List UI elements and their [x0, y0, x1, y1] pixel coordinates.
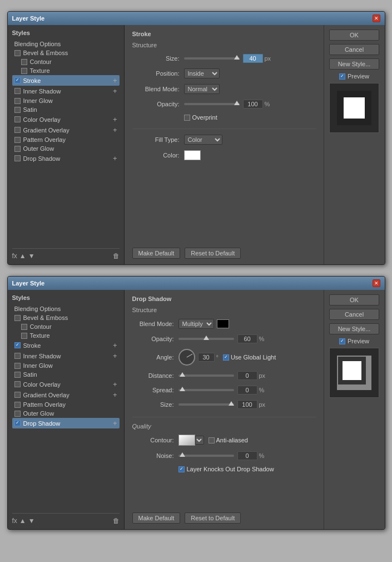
- checkbox-satin-1[interactable]: [14, 107, 21, 113]
- delete-icon-1[interactable]: 🗑: [113, 252, 120, 260]
- layer-knocks-cb[interactable]: [178, 466, 185, 472]
- spread-input[interactable]: 0: [237, 386, 257, 395]
- distance-slider[interactable]: [178, 374, 234, 377]
- preview-checkbox-1[interactable]: [339, 73, 345, 80]
- style-item-outer-glow-1[interactable]: Outer Glow: [12, 144, 120, 153]
- ok-btn-1[interactable]: OK: [329, 29, 379, 41]
- checkbox-stroke-1[interactable]: [14, 77, 21, 83]
- style-item-pattern-overlay-1[interactable]: Pattern Overlay: [12, 135, 120, 144]
- style-item-drop-shadow-1[interactable]: Drop Shadow +: [12, 153, 120, 164]
- checkbox-pattern-overlay-1[interactable]: [14, 137, 21, 143]
- down-icon-1[interactable]: ▼: [28, 252, 35, 260]
- checkbox-inner-glow-2[interactable]: [14, 363, 21, 369]
- style-item-satin-1[interactable]: Satin: [12, 105, 120, 114]
- style-item-bevel-2[interactable]: Bevel & Emboss: [12, 313, 120, 322]
- noise-slider[interactable]: [178, 455, 234, 457]
- plus-gradient-overlay-1[interactable]: +: [113, 126, 117, 134]
- close-button-2[interactable]: ✕: [373, 279, 380, 287]
- reset-default-btn-1[interactable]: Reset to Default: [185, 248, 241, 259]
- fill-type-select[interactable]: Color Gradient Pattern: [184, 135, 222, 145]
- distance-thumb[interactable]: [180, 372, 185, 377]
- style-item-contour-1[interactable]: Contour: [12, 57, 120, 66]
- blend-color-swatch-2[interactable]: [217, 319, 229, 328]
- checkbox-drop-shadow-1[interactable]: [14, 155, 21, 161]
- checkbox-gradient-overlay-2[interactable]: [14, 392, 21, 398]
- opacity-thumb-1[interactable]: [234, 101, 240, 105]
- noise-thumb[interactable]: [180, 452, 185, 457]
- blend-mode-select-1[interactable]: Normal Multiply Screen: [184, 84, 220, 94]
- noise-input[interactable]: 0: [237, 451, 257, 460]
- style-item-outer-glow-2[interactable]: Outer Glow: [12, 409, 120, 418]
- blending-options-item-1[interactable]: Blending Options: [12, 40, 120, 48]
- style-item-gradient-overlay-1[interactable]: Gradient Overlay +: [12, 125, 120, 135]
- up-icon-2[interactable]: ▲: [19, 517, 26, 525]
- checkbox-contour-1[interactable]: [21, 59, 27, 65]
- checkbox-bevel-1[interactable]: [14, 50, 21, 56]
- plus-inner-shadow-1[interactable]: +: [113, 87, 117, 95]
- position-select[interactable]: Inside Outside Center: [184, 68, 220, 78]
- contour-preview[interactable]: [178, 435, 195, 446]
- checkbox-pattern-overlay-2[interactable]: [14, 402, 21, 408]
- spread-slider[interactable]: [178, 389, 234, 391]
- style-item-color-overlay-1[interactable]: Color Overlay +: [12, 114, 120, 125]
- size-input[interactable]: 40: [243, 54, 263, 63]
- plus-drop-shadow-1[interactable]: +: [113, 154, 117, 162]
- plus-inner-shadow-2[interactable]: +: [113, 352, 117, 360]
- up-icon-1[interactable]: ▲: [19, 252, 26, 260]
- checkbox-satin-2[interactable]: [14, 372, 21, 378]
- new-style-btn-2[interactable]: New Style...: [329, 323, 379, 334]
- style-item-drop-shadow-2[interactable]: Drop Shadow +: [12, 418, 120, 428]
- blending-options-item-2[interactable]: Blending Options: [12, 304, 120, 313]
- anti-aliased-cb[interactable]: [209, 437, 215, 443]
- plus-drop-shadow-2[interactable]: +: [113, 419, 117, 427]
- preview-checkbox-2[interactable]: [339, 338, 345, 344]
- checkbox-inner-shadow-2[interactable]: [14, 353, 21, 359]
- size-slider[interactable]: [184, 57, 240, 60]
- style-item-bevel-1[interactable]: Bevel & Emboss: [12, 48, 120, 57]
- size-thumb-2[interactable]: [229, 401, 234, 406]
- plus-color-overlay-2[interactable]: +: [113, 380, 117, 388]
- down-icon-2[interactable]: ▼: [28, 517, 35, 525]
- checkbox-stroke-2[interactable]: [14, 342, 21, 348]
- make-default-btn-2[interactable]: Make Default: [132, 512, 181, 524]
- opacity-input-2[interactable]: 60: [237, 334, 257, 343]
- size-thumb[interactable]: [234, 55, 240, 60]
- global-light-cb[interactable]: [223, 354, 229, 361]
- checkbox-outer-glow-1[interactable]: [14, 146, 21, 152]
- angle-input[interactable]: 30: [198, 353, 215, 362]
- checkbox-contour-2[interactable]: [21, 324, 27, 330]
- opacity-thumb-2[interactable]: [204, 336, 209, 340]
- opacity-input-1[interactable]: 100: [243, 100, 263, 109]
- checkbox-texture-1[interactable]: [21, 68, 27, 74]
- plus-color-overlay-1[interactable]: +: [113, 115, 117, 124]
- opacity-slider-2[interactable]: [178, 338, 234, 340]
- opacity-slider-1[interactable]: [184, 103, 240, 105]
- style-item-texture-2[interactable]: Texture: [12, 331, 120, 340]
- checkbox-bevel-2[interactable]: [14, 315, 21, 321]
- checkbox-drop-shadow-2[interactable]: [14, 420, 21, 426]
- cancel-btn-1[interactable]: Cancel: [329, 44, 379, 55]
- checkbox-color-overlay-2[interactable]: [14, 381, 21, 387]
- checkbox-color-overlay-1[interactable]: [14, 116, 21, 122]
- style-item-inner-shadow-2[interactable]: Inner Shadow +: [12, 351, 120, 361]
- angle-dial[interactable]: [178, 349, 195, 366]
- new-style-btn-1[interactable]: New Style...: [329, 58, 379, 70]
- style-item-color-overlay-2[interactable]: Color Overlay +: [12, 379, 120, 390]
- distance-input[interactable]: 0: [237, 371, 257, 380]
- close-button-1[interactable]: ✕: [373, 14, 380, 22]
- delete-icon-2[interactable]: 🗑: [113, 517, 120, 525]
- style-item-stroke-2[interactable]: Stroke +: [12, 340, 120, 351]
- style-item-inner-glow-1[interactable]: Inner Glow: [12, 96, 120, 105]
- spread-thumb[interactable]: [180, 387, 185, 391]
- style-item-inner-glow-2[interactable]: Inner Glow: [12, 361, 120, 370]
- overprint-cb[interactable]: [184, 115, 190, 121]
- style-item-satin-2[interactable]: Satin: [12, 370, 120, 379]
- blend-mode-select-2[interactable]: Multiply Normal Screen: [178, 319, 214, 329]
- plus-gradient-overlay-2[interactable]: +: [113, 391, 117, 399]
- plus-stroke-1[interactable]: +: [113, 76, 117, 85]
- checkbox-texture-2[interactable]: [21, 333, 27, 339]
- style-item-pattern-overlay-2[interactable]: Pattern Overlay: [12, 400, 120, 409]
- contour-select[interactable]: [195, 436, 204, 445]
- reset-default-btn-2[interactable]: Reset to Default: [185, 512, 241, 524]
- checkbox-gradient-overlay-1[interactable]: [14, 127, 21, 133]
